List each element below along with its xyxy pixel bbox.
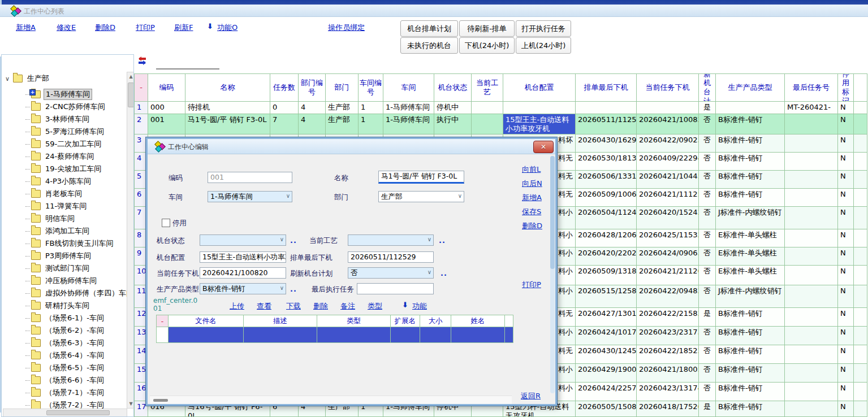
cell-task_off[interactable]: 20260421/180050	[637, 364, 699, 383]
product-type-select[interactable]: B标准件-销钉∨	[200, 283, 286, 294]
column-header-workshop[interactable]: 车间	[383, 73, 434, 102]
cell-name[interactable]: 待排机	[185, 102, 270, 114]
column-header-ws_no[interactable]: 车间编号	[359, 73, 383, 102]
cell-sched_off[interactable]: 20260430/124544	[576, 345, 637, 364]
cell-extra[interactable]	[854, 364, 867, 383]
cell-prod_type[interactable]: B标准件-销钉	[716, 134, 785, 153]
cell-dept_no[interactable]: 4	[299, 102, 326, 114]
cell-disabled[interactable]: N	[838, 171, 854, 189]
cell-task_off[interactable]: 20260421/211207	[637, 266, 699, 285]
tree-item-label[interactable]: 24-蔡师傅车间	[44, 151, 96, 162]
cell-refresh[interactable]: 否	[699, 229, 716, 247]
column-header-disabled[interactable]: 停用标记	[838, 73, 854, 102]
product-type-ellipsis-button[interactable]: ..	[290, 285, 297, 293]
cell-extra[interactable]	[854, 345, 867, 364]
cell-last_task[interactable]	[785, 285, 838, 308]
cell-refresh[interactable]: 是	[699, 401, 716, 417]
cell-sched_off[interactable]: 20260506/133137	[576, 171, 637, 189]
function-link[interactable]: 功能O	[217, 23, 237, 33]
column-header-config[interactable]: 机台配置	[503, 73, 576, 102]
cell-extra[interactable]	[854, 153, 867, 171]
cell-refresh[interactable]: 否	[699, 189, 716, 207]
tree-item-label[interactable]: 4-P3小陈车间	[44, 176, 93, 186]
tree-item-label[interactable]: 11-弹簧车间	[44, 201, 88, 211]
cell-extra[interactable]	[854, 114, 867, 134]
tree-item-label[interactable]: （场景6-4）-车间	[44, 350, 106, 360]
tree-item-label[interactable]: 59-二次加工车间	[44, 139, 103, 149]
cell-last_task[interactable]	[785, 247, 838, 266]
tree-item-label[interactable]: 5-罗海江师傅车间	[44, 127, 106, 137]
tree-item-label[interactable]: 肖老板车间	[44, 189, 84, 199]
cell-prod_type[interactable]: B标准件-销钉	[716, 327, 785, 345]
cell-task_off[interactable]: 20260409/222945	[637, 153, 699, 171]
file-column-header[interactable]: -	[156, 315, 169, 327]
tree-collapse-arrow-icon[interactable]: ∨	[5, 75, 13, 82]
tree-item-workshop[interactable]: 冲压杨师傅车间	[25, 275, 98, 286]
cell-last_task[interactable]	[785, 189, 838, 207]
print-link[interactable]: 打印P	[136, 23, 155, 33]
cell-sched_off[interactable]: 20260515/125827	[576, 285, 637, 308]
code-field[interactable]: 001	[208, 172, 292, 183]
tree-item-workshop[interactable]: （场景6-5）-车间	[25, 362, 106, 373]
current-process-select[interactable]: ∨	[348, 234, 434, 246]
cell-tasks[interactable]: 7	[270, 114, 299, 134]
add-link[interactable]: 新增A	[16, 23, 36, 33]
machine-schedule-plan-button[interactable]: 机台排单计划	[400, 20, 458, 37]
cell-last_task[interactable]	[785, 383, 838, 401]
delete-link[interactable]: 删除D	[95, 23, 115, 33]
cell-sched_off[interactable]: 20260429/190050	[576, 364, 637, 383]
cell-refresh[interactable]: 否	[699, 327, 716, 345]
cell-refresh[interactable]: 否	[699, 345, 716, 364]
cell-refresh[interactable]: 否	[699, 153, 716, 171]
cell-last_task[interactable]	[785, 171, 838, 189]
cell-prod_type[interactable]: B标准件-销钉	[716, 114, 785, 134]
workshop-select[interactable]: 1-马师傅车间∨	[208, 191, 292, 202]
file-function-link[interactable]: 功能	[412, 301, 427, 311]
cell-sched_off[interactable]: 20260420/220206	[576, 247, 637, 266]
cell-disabled[interactable]: N	[838, 134, 854, 153]
cell-last_task[interactable]	[785, 308, 838, 327]
tree-item-workshop[interactable]: （场景7-1）-车间	[25, 387, 106, 398]
tree-item-label[interactable]: 3-林师傅车间	[44, 114, 91, 124]
cell-refresh[interactable]: 否	[699, 207, 716, 229]
cell-refresh[interactable]: 否	[699, 285, 716, 308]
tree-root-production-dept[interactable]: ∨ 生产部	[5, 73, 51, 84]
cell-disabled[interactable]: N	[838, 207, 854, 229]
cell-status[interactable]: 停机中	[434, 102, 472, 114]
cell-dept_no[interactable]: 4	[299, 114, 326, 134]
column-header-refresh[interactable]: 刷新机台计划	[699, 73, 716, 102]
tree-item-label[interactable]: FB线切割黄玉川车间	[44, 238, 115, 249]
cell-dept[interactable]: 生产部	[326, 102, 359, 114]
tree-vertical-scrollbar[interactable]: ▲ ▼	[127, 72, 134, 409]
cell-prod_type[interactable]: E标准件-单头螺柱	[716, 247, 785, 266]
cell-task_off[interactable]: 20260422/215829	[637, 308, 699, 327]
cell-extra[interactable]	[854, 171, 867, 189]
tree-item-label[interactable]: 研精打头车间	[44, 301, 91, 311]
schedule-last-off-field[interactable]: 20260511/112529	[348, 251, 434, 263]
cell-last_task[interactable]	[785, 327, 838, 345]
cell-refresh[interactable]: 否	[699, 171, 716, 189]
cell-last_task[interactable]	[785, 364, 838, 383]
upload-link[interactable]: 上传	[230, 301, 244, 311]
cell-disabled[interactable]: N	[838, 247, 854, 266]
type-link[interactable]: 类型	[368, 301, 382, 311]
cell-prod_type[interactable]: B标准件-销钉	[716, 345, 785, 364]
tree-item-workshop[interactable]: 添鸿加工车间	[25, 225, 91, 237]
machine-config-field[interactable]: 15型王主-自动送料小功率攻牙机	[200, 251, 286, 263]
cell-refresh[interactable]: 是	[699, 308, 716, 327]
cell-extra[interactable]	[854, 401, 867, 417]
tree-item-label[interactable]: （场景6-6）-车间	[44, 375, 106, 385]
file-column-header[interactable]: 扩展名	[391, 315, 420, 327]
dlg-add-link[interactable]: 新增A	[522, 193, 542, 203]
modify-link[interactable]: 修改E	[57, 23, 76, 33]
swap-columns-icon[interactable]	[137, 57, 148, 66]
file-column-header[interactable]: 文件名	[169, 315, 244, 327]
cell-sched_off[interactable]: 20260424/101736	[576, 327, 637, 345]
cell-code[interactable]: 001	[148, 114, 185, 134]
cell-prod_type[interactable]: B标准件-销钉	[716, 308, 785, 327]
cell-disabled[interactable]: N	[838, 285, 854, 308]
dept-select[interactable]: 生产部∨	[378, 191, 464, 202]
cell-disabled[interactable]: N	[838, 401, 854, 417]
cell-extra[interactable]	[854, 189, 867, 207]
last-exec-task-field[interactable]	[357, 283, 434, 294]
